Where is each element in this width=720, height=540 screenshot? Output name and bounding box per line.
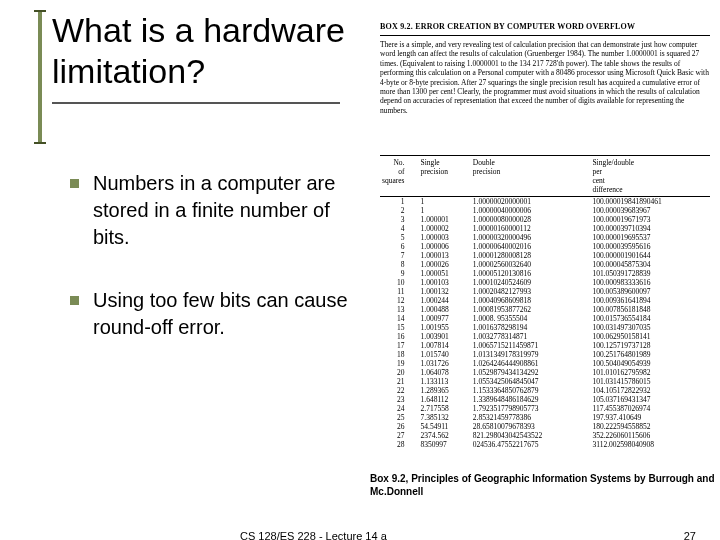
table-row: 61.0000061.00000640002016100.00003959561… (380, 242, 710, 251)
table-cell: 1.000051 (419, 269, 471, 278)
table-cell: 22 (380, 386, 419, 395)
page-number: 27 (684, 530, 696, 540)
table-cell: 024536.47552217675 (471, 440, 591, 449)
bullet-list: Numbers in a computer are stored in a fi… (70, 170, 370, 377)
table-cell: 1.000977 (419, 314, 471, 323)
table-cell: 1.3389648486184629 (471, 395, 591, 404)
table-header: Single/doublepercentdifference (590, 158, 710, 197)
table-cell: 23 (380, 395, 419, 404)
table-cell: 17 (380, 341, 419, 350)
table-cell: 1.289365 (419, 386, 471, 395)
table-row: 191.0317261.0264246444908861100.50404905… (380, 359, 710, 368)
table-cell: 197.937.410649 (590, 413, 710, 422)
table-row: 288350997024536.475522176753112.00259804… (380, 440, 710, 449)
table-cell: 100.504049054939 (590, 359, 710, 368)
table-cell: 100.007856181848 (590, 305, 710, 314)
table-row: 211.1331131.0553425064845047101.03141578… (380, 377, 710, 386)
table-cell: 1.000103 (419, 278, 471, 287)
table-cell: 15 (380, 323, 419, 332)
table-row: 91.0000511.00005120130816101.05039172883… (380, 269, 710, 278)
table-cell: 100.125719737128 (590, 341, 710, 350)
table-block: No.ofsquaresSingleprecisionDoubleprecisi… (380, 155, 710, 449)
table-cell: 27 (380, 431, 419, 440)
table-cell: 1.015740 (419, 350, 471, 359)
table-row: 121.0002441.00040968609818100.0093616418… (380, 296, 710, 305)
table-cell: 16 (380, 332, 419, 341)
title-block: What is a hardware limitation? (52, 10, 352, 104)
table-cell: 1.0553425064845047 (471, 377, 591, 386)
table-cell: 100.000039683967 (590, 206, 710, 215)
table-cell: 352.226060115606 (590, 431, 710, 440)
table-cell: 821.298043042543522 (471, 431, 591, 440)
precision-table: No.ofsquaresSingleprecisionDoubleprecisi… (380, 158, 710, 449)
table-cell: 13 (380, 305, 419, 314)
table-cell: 54.54911 (419, 422, 471, 431)
table-cell: 105.037169431347 (590, 395, 710, 404)
table-row: 81.0000261.00002560032640100.00004587530… (380, 260, 710, 269)
table-cell: 1.000013 (419, 251, 471, 260)
table-cell: 3 (380, 215, 419, 224)
accent-cap-bottom (34, 142, 46, 144)
table-cell: 1.0016378298194 (471, 323, 591, 332)
table-cell: 26 (380, 422, 419, 431)
table-row: 211.00000040000006100.000039683967 (380, 206, 710, 215)
accent-cap-top (34, 10, 46, 12)
table-cell: 104.105172822932 (590, 386, 710, 395)
table-cell: 100.015736554184 (590, 314, 710, 323)
table-cell: 1.00000160000112 (471, 224, 591, 233)
table-cell: 1.0065715211459871 (471, 341, 591, 350)
table-row: 141.0009771.0008. 95355504100.0157365541… (380, 314, 710, 323)
table-cell: 2.85321459778386 (471, 413, 591, 422)
table-row: 31.0000011.00000080000028100.00001967197… (380, 215, 710, 224)
lecture-label: CS 128/ES 228 - Lecture 14 a (240, 530, 387, 540)
table-row: 181.0157401.0131349178319979100.25176480… (380, 350, 710, 359)
table-row: 2654.5491128.65810079678393180.222594558… (380, 422, 710, 431)
table-cell: 100.000983333616 (590, 278, 710, 287)
table-cell: 1.133113 (419, 377, 471, 386)
table-row: 71.0000131.00001280008128100.00000190164… (380, 251, 710, 260)
list-item: Numbers in a computer are stored in a fi… (70, 170, 370, 251)
bullet-text: Using too few bits can cause round-off e… (93, 287, 370, 341)
table-cell: 2 (380, 206, 419, 215)
table-cell: 18 (380, 350, 419, 359)
box-paragraph: There is a simple, and very revealing te… (380, 40, 710, 115)
table-row: 101.0001031.00010240524609100.0009833336… (380, 278, 710, 287)
slide: What is a hardware limitation? Numbers i… (0, 0, 720, 540)
table-cell: 1.00000020000001 (471, 197, 591, 207)
table-cell: 12 (380, 296, 419, 305)
table-cell: 100.000019671973 (590, 215, 710, 224)
table-cell: 19 (380, 359, 419, 368)
table-cell: 1.007814 (419, 341, 471, 350)
table-cell: 1.000001 (419, 215, 471, 224)
table-cell: 1.0264246444908861 (471, 359, 591, 368)
table-cell: 1.00040968609818 (471, 296, 591, 305)
table-row: 221.2893651.1533364850762879104.10517282… (380, 386, 710, 395)
table-cell: 100.000039595616 (590, 242, 710, 251)
table-cell: 180.222594558852 (590, 422, 710, 431)
table-cell: 28 (380, 440, 419, 449)
table-row: 272374.562821.298043042543522352.2260601… (380, 431, 710, 440)
table-row: 111.0001321.00020482127993100.0053896000… (380, 287, 710, 296)
bullet-square-icon (70, 179, 79, 188)
table-cell: 100.062950158141 (590, 332, 710, 341)
table-cell: 14 (380, 314, 419, 323)
table-cell: 6 (380, 242, 419, 251)
table-cell: 1.0529879434134292 (471, 368, 591, 377)
table-cell: 1.0008. 95355504 (471, 314, 591, 323)
table-row: 111.00000020000001100.000019841890461 (380, 197, 710, 207)
table-cell: 1.003901 (419, 332, 471, 341)
table-cell: 1.00010240524609 (471, 278, 591, 287)
table-cell: 100.000019841890461 (590, 197, 710, 207)
table-cell: 1.1533364850762879 (471, 386, 591, 395)
table-cell: 100.000019695537 (590, 233, 710, 242)
slide-title: What is a hardware limitation? (52, 10, 352, 92)
table-top-rule (380, 155, 710, 156)
table-cell: 7 (380, 251, 419, 260)
table-cell: 1.064078 (419, 368, 471, 377)
table-cell: 1.7923517798905773 (471, 404, 591, 413)
table-cell: 100.005389600097 (590, 287, 710, 296)
table-cell: 101.031415786015 (590, 377, 710, 386)
table-cell: 100.009361641894 (590, 296, 710, 305)
table-cell: 1.0131349178319979 (471, 350, 591, 359)
table-cell: 2374.562 (419, 431, 471, 440)
